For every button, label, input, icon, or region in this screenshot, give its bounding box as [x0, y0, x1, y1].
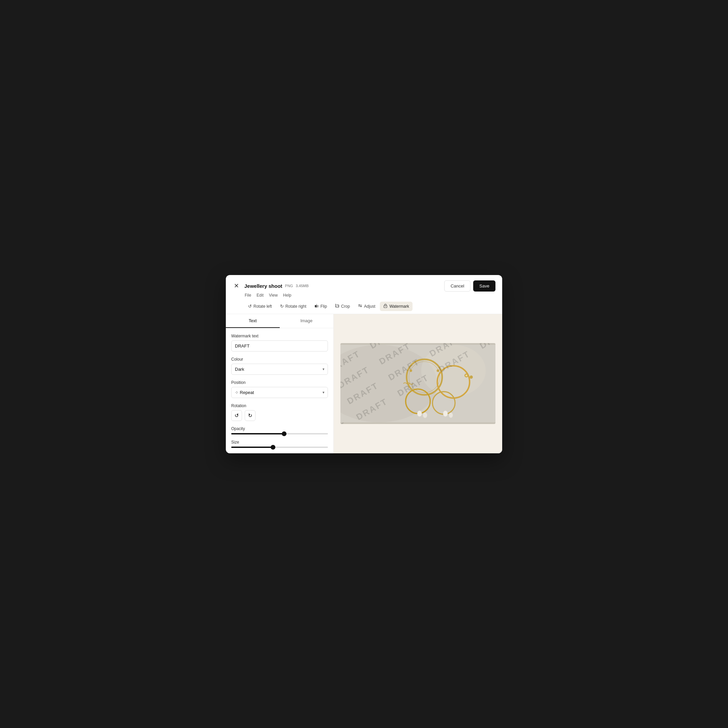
file-info: Jewellery shoot PNG 3.45MB [244, 283, 309, 289]
file-title-row: Jewellery shoot PNG 3.45MB [244, 283, 309, 289]
crop-icon [335, 304, 340, 309]
watermark-icon [383, 304, 388, 309]
size-group: Size [231, 440, 328, 448]
adjust-button[interactable]: Adjust [355, 302, 378, 311]
rotate-right-label: Rotate right [286, 304, 306, 309]
watermark-text-group: Watermark text [231, 334, 328, 352]
watermark-text-label: Watermark text [231, 334, 328, 338]
svg-rect-0 [315, 305, 317, 307]
size-label: Size [231, 440, 328, 445]
position-group: Position ⁘ Repeat Center Top Left Top Ri… [231, 380, 328, 398]
menu-edit[interactable]: Edit [257, 293, 263, 298]
canvas-area: DRAFT DRAFT DRAFT DRAFT DRAFT DRAFT DRAF… [334, 314, 502, 453]
rotate-left-button[interactable]: ↺ Rotate left [245, 302, 275, 311]
menu-view[interactable]: View [269, 293, 278, 298]
menu-bar: File Edit View Help [226, 292, 502, 299]
rotate-clockwise-button[interactable]: ↻ [245, 410, 255, 421]
rotate-left-icon: ↺ [248, 304, 252, 309]
adjust-label: Adjust [364, 304, 375, 309]
opacity-slider-container [231, 433, 328, 434]
menu-help[interactable]: Help [283, 293, 292, 298]
opacity-label: Opacity [231, 426, 328, 431]
tab-text[interactable]: Text [226, 314, 280, 328]
file-type-badge: PNG [285, 284, 293, 288]
flip-icon [315, 304, 319, 309]
file-size: 3.45MB [295, 284, 309, 288]
watermark-label: Watermark [389, 304, 409, 309]
opacity-group: Opacity [231, 426, 328, 434]
size-slider-container [231, 447, 328, 448]
size-slider[interactable] [231, 447, 328, 448]
sidebar-tabs: Text Image [226, 314, 333, 328]
svg-rect-1 [317, 305, 318, 307]
svg-point-5 [359, 304, 360, 305]
tab-image[interactable]: Image [280, 314, 334, 328]
sidebar: Text Image Watermark text Colour Dark Li… [226, 314, 334, 453]
opacity-slider[interactable] [231, 433, 328, 434]
menu-file[interactable]: File [245, 293, 251, 298]
main-content: Text Image Watermark text Colour Dark Li… [226, 314, 502, 453]
position-select-wrapper: ⁘ Repeat Center Top Left Top Right Botto… [231, 387, 328, 398]
sidebar-form: Watermark text Colour Dark Light Custom … [226, 328, 333, 453]
modal-header: ✕ Jewellery shoot PNG 3.45MB Cancel Save [226, 275, 502, 292]
rotate-right-icon: ↻ [280, 304, 284, 309]
watermark-text-input[interactable] [231, 340, 328, 352]
position-label: Position [231, 380, 328, 385]
colour-select-wrapper: Dark Light Custom ▾ [231, 364, 328, 375]
watermark-overlay: DRAFT DRAFT DRAFT DRAFT DRAFT DRAFT DRAF… [340, 343, 496, 424]
svg-point-6 [361, 306, 362, 307]
editor-modal: ✕ Jewellery shoot PNG 3.45MB Cancel Save… [226, 275, 502, 453]
header-left: ✕ Jewellery shoot PNG 3.45MB [232, 281, 309, 291]
crop-label: Crop [341, 304, 350, 309]
file-name: Jewellery shoot [244, 283, 283, 289]
rotate-counter-clockwise-button[interactable]: ↺ [231, 410, 242, 421]
rotation-label: Rotation [231, 404, 328, 408]
flip-button[interactable]: Flip [311, 302, 330, 311]
save-button[interactable]: Save [473, 280, 496, 292]
image-preview: DRAFT DRAFT DRAFT DRAFT DRAFT DRAFT DRAF… [340, 343, 496, 424]
adjust-icon [358, 304, 362, 309]
rotate-right-button[interactable]: ↻ Rotate right [277, 302, 310, 311]
toolbar: ↺ Rotate left ↻ Rotate right Flip [226, 299, 502, 314]
close-button[interactable]: ✕ [232, 281, 240, 291]
svg-point-8 [385, 306, 386, 307]
cancel-button[interactable]: Cancel [444, 280, 471, 292]
rotation-group: Rotation ↺ ↻ [231, 404, 328, 421]
watermark-button[interactable]: Watermark [380, 302, 412, 311]
rotation-controls: ↺ ↻ [231, 410, 328, 421]
colour-label: Colour [231, 357, 328, 362]
colour-select[interactable]: Dark Light Custom [231, 364, 328, 375]
header-actions: Cancel Save [444, 280, 496, 292]
rotate-left-label: Rotate left [254, 304, 272, 309]
colour-group: Colour Dark Light Custom ▾ [231, 357, 328, 375]
position-select[interactable]: ⁘ Repeat Center Top Left Top Right Botto… [231, 387, 328, 398]
flip-label: Flip [321, 304, 327, 309]
crop-button[interactable]: Crop [332, 302, 353, 311]
jewelry-image: DRAFT DRAFT DRAFT DRAFT DRAFT DRAFT DRAF… [340, 343, 496, 424]
